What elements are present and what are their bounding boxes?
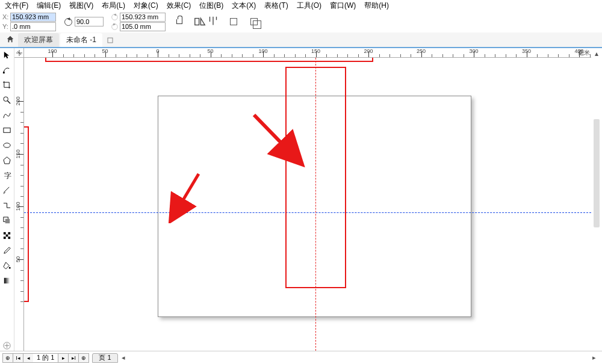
tab-document-1[interactable]: 未命名 -1 — [60, 33, 102, 47]
zoom-tool[interactable] — [2, 94, 13, 105]
tab-welcome[interactable]: 欢迎屏幕 — [18, 33, 59, 47]
menu-effects[interactable]: 效果(C) — [164, 1, 194, 11]
size-group — [111, 13, 166, 31]
interactive-fill-tool[interactable] — [2, 275, 13, 286]
hscroll-right-icon[interactable]: ▸ — [589, 353, 600, 363]
mirror-h-button[interactable] — [193, 15, 206, 28]
svg-line-12 — [4, 187, 9, 192]
home-icon[interactable] — [2, 33, 18, 47]
menu-view[interactable]: 视图(V) — [67, 1, 96, 11]
svg-point-24 — [9, 267, 11, 268]
lock-ratio-button[interactable] — [173, 15, 186, 28]
svg-rect-22 — [4, 236, 6, 239]
svg-rect-8 — [4, 128, 10, 132]
vertical-ruler[interactable]: 20015010050 — [14, 58, 24, 351]
svg-rect-0 — [195, 19, 199, 25]
vertical-scrollbar[interactable]: ▴ — [591, 48, 602, 351]
horizontal-ruler[interactable]: 毫米 10050050100150200250300350400 — [24, 48, 591, 58]
page-navigator: ⊕ I◂ ◂ 1 的 1 ▸ ▸I ⊕ — [2, 353, 88, 363]
rotate-icon — [64, 18, 72, 26]
menu-edit[interactable]: 编辑(E) — [34, 1, 63, 11]
transparency-tool[interactable] — [2, 230, 13, 241]
width-input[interactable] — [120, 13, 166, 22]
menu-text[interactable]: 文本(X) — [229, 1, 258, 11]
menu-table[interactable]: 表格(T) — [262, 1, 290, 11]
work-area: 字 毫米 10050050100150200250300350400 20015… — [0, 47, 602, 351]
x-input[interactable] — [10, 13, 56, 22]
parallel-dimension-tool[interactable] — [2, 185, 13, 196]
text-tool[interactable]: 字 — [2, 170, 13, 180]
bounding-box-button[interactable] — [227, 15, 240, 28]
rotation-input[interactable] — [75, 17, 104, 26]
duplicate-button[interactable] — [247, 15, 261, 28]
svg-rect-20 — [6, 234, 8, 236]
svg-rect-4 — [108, 38, 113, 43]
connector-tool[interactable] — [2, 200, 13, 211]
rotate-cw-icon — [111, 14, 117, 20]
x-label: X: — [2, 13, 9, 20]
scroll-up-icon[interactable]: ▴ — [591, 48, 602, 59]
status-bar: ⊕ I◂ ◂ 1 的 1 ▸ ▸I ⊕ 页 1 ◂ ▸ — [0, 351, 602, 364]
document-tabs: 欢迎屏幕 未命名 -1 — [0, 32, 602, 47]
pick-tool[interactable] — [2, 49, 13, 60]
first-page-button[interactable]: I◂ — [13, 353, 23, 363]
freehand-tool[interactable] — [2, 110, 13, 120]
ellipse-tool[interactable] — [2, 140, 13, 150]
next-page-button[interactable]: ▸ — [58, 353, 69, 363]
svg-rect-19 — [4, 232, 6, 234]
svg-text:字: 字 — [4, 171, 11, 180]
menu-bar: 文件(F) 编辑(E) 视图(V) 布局(L) 对象(C) 效果(C) 位图(B… — [0, 0, 602, 11]
annotation-box-canvas — [285, 67, 346, 288]
polygon-tool[interactable] — [2, 155, 13, 165]
drop-shadow-tool[interactable] — [2, 215, 13, 226]
svg-rect-5 — [3, 72, 5, 73]
rotation-group — [64, 17, 104, 26]
menu-bitmap[interactable]: 位图(B) — [197, 1, 226, 11]
shape-tool[interactable] — [2, 64, 13, 75]
snap-options-button[interactable] — [206, 15, 220, 28]
page-counter: 1 的 1 — [33, 353, 58, 363]
tab-close-icon[interactable] — [104, 35, 117, 47]
svg-rect-18 — [5, 218, 10, 223]
position-group: X: Y: — [2, 13, 56, 31]
prev-page-button[interactable]: ◂ — [23, 353, 34, 363]
crop-tool[interactable] — [2, 79, 13, 90]
menu-file[interactable]: 文件(F) — [2, 1, 31, 11]
rotate-ccw-icon — [111, 23, 117, 29]
menu-tools[interactable]: 工具(O) — [294, 1, 324, 11]
svg-marker-10 — [4, 156, 10, 163]
svg-rect-23 — [8, 236, 10, 239]
svg-point-6 — [4, 96, 8, 101]
scroll-thumb[interactable] — [594, 119, 600, 227]
height-input[interactable] — [120, 22, 166, 31]
ruler-origin[interactable] — [14, 48, 24, 58]
annotation-box-toolbox — [24, 126, 29, 302]
y-label: Y: — [2, 23, 9, 30]
svg-rect-25 — [4, 277, 10, 283]
eyedropper-tool[interactable] — [2, 245, 13, 256]
annotation-box-ruler — [45, 58, 373, 62]
svg-line-7 — [7, 100, 10, 103]
menu-layout[interactable]: 布局(L) — [99, 1, 128, 11]
property-bar: X: Y: — [0, 11, 602, 32]
add-page-after-button[interactable]: ⊕ — [78, 353, 89, 363]
y-input[interactable] — [10, 22, 56, 31]
fill-tool[interactable] — [2, 260, 13, 271]
menu-help[interactable]: 帮助(H) — [362, 1, 391, 11]
canvas[interactable] — [24, 58, 591, 351]
rectangle-tool[interactable] — [2, 125, 13, 135]
menu-object[interactable]: 对象(C) — [131, 1, 161, 11]
hscroll-left-icon[interactable]: ◂ — [118, 353, 129, 363]
quick-customize-button[interactable] — [2, 340, 13, 351]
svg-point-9 — [4, 143, 10, 147]
page-tab-1[interactable]: 页 1 — [92, 353, 117, 363]
svg-rect-21 — [8, 232, 10, 234]
add-page-button[interactable]: ⊕ — [2, 353, 13, 363]
toolbox: 字 — [0, 48, 14, 351]
menu-window[interactable]: 窗口(W) — [327, 1, 358, 11]
last-page-button[interactable]: ▸I — [68, 353, 79, 363]
